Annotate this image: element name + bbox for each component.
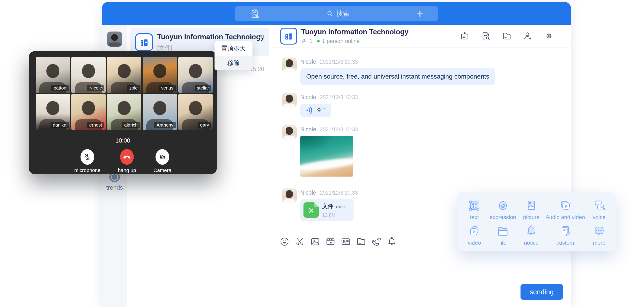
excel-file-icon: ✕ bbox=[304, 202, 319, 218]
group-notice-icon[interactable] bbox=[460, 31, 470, 41]
panel-item-voice[interactable]: voice bbox=[585, 197, 613, 223]
panel-item-picture[interactable]: picture bbox=[517, 197, 546, 223]
avatar[interactable] bbox=[282, 93, 296, 108]
menu-item-pin-chat[interactable]: 置顶聊天 bbox=[214, 41, 252, 56]
sender-name: Nicole bbox=[300, 126, 316, 133]
participant-tile[interactable]: Nicole bbox=[71, 57, 106, 93]
chat-panel: Tuoyun Information Technology 1 1 person… bbox=[272, 25, 571, 307]
hang-up-button[interactable] bbox=[120, 149, 134, 165]
call-list-icon[interactable] bbox=[249, 8, 260, 19]
avatar[interactable] bbox=[282, 188, 296, 203]
participant-name: aldrich bbox=[122, 122, 140, 128]
participant-name: patton bbox=[51, 85, 68, 91]
search-input[interactable]: 搜索 bbox=[260, 9, 416, 18]
avatar[interactable] bbox=[282, 125, 296, 140]
search-icon bbox=[326, 10, 334, 17]
call-timer: 10:00 bbox=[29, 137, 217, 144]
panel-item-custom[interactable]: custom bbox=[546, 223, 585, 248]
group-avatar[interactable] bbox=[280, 28, 297, 44]
expression-icon bbox=[496, 199, 510, 212]
voice-duration: 9`` bbox=[317, 107, 325, 114]
participant-name: Anthony bbox=[154, 122, 176, 128]
search-bar[interactable]: 搜索 + bbox=[235, 6, 438, 21]
panel-item-text[interactable]: text bbox=[460, 197, 488, 223]
message-time: 2021/12/3 10:33 bbox=[320, 59, 358, 65]
notice-bell-icon bbox=[524, 225, 538, 238]
group-avatar bbox=[135, 33, 153, 51]
microphone-label: microphone bbox=[74, 167, 100, 173]
participant-name: venus bbox=[159, 85, 176, 91]
message-time: 2021/12/3 10:33 bbox=[320, 127, 358, 133]
file-attachment[interactable]: ✕ 文件 .excel 12.8M bbox=[300, 199, 354, 221]
group-file-icon[interactable] bbox=[502, 31, 512, 41]
trends-label: trends bbox=[102, 184, 128, 191]
participant-tile[interactable]: zole bbox=[107, 57, 141, 93]
text-bubble[interactable]: Open source, free, and universal instant… bbox=[300, 68, 495, 85]
sender-name: Nicole bbox=[300, 94, 316, 100]
panel-item-video[interactable]: video bbox=[460, 223, 488, 248]
participant-tile[interactable]: Anthony bbox=[143, 94, 177, 130]
participant-tile[interactable]: gary bbox=[178, 94, 213, 130]
menu-item-remove[interactable]: 移除 bbox=[214, 56, 252, 70]
voice-bubble[interactable]: 9`` bbox=[300, 104, 332, 117]
camera-label: Camera bbox=[154, 167, 171, 173]
panel-item-expression[interactable]: expression bbox=[488, 197, 517, 223]
participant-name: zole bbox=[127, 85, 140, 91]
message-time: 2021/12/3 10:33 bbox=[320, 190, 358, 196]
message-type-panel: text expression picture bbox=[458, 192, 616, 251]
voice-icon bbox=[592, 199, 606, 212]
video-call-icon[interactable] bbox=[371, 236, 382, 247]
participant-tile[interactable]: stellar bbox=[178, 57, 213, 93]
message-text: Nicole 2021/12/3 10:33 Open source, free… bbox=[282, 57, 557, 85]
message-image: Nicole 2021/12/3 10:33 bbox=[282, 125, 557, 177]
avatar[interactable] bbox=[282, 57, 296, 72]
screenshot-icon[interactable] bbox=[294, 236, 305, 247]
nav-item-trends[interactable]: trends bbox=[102, 172, 128, 191]
participant-tile[interactable]: ernest bbox=[71, 94, 106, 130]
participant-name: Nicole bbox=[87, 85, 104, 91]
members-icon bbox=[301, 38, 307, 44]
video-call-window: patton Nicole zole venus stellar danika … bbox=[29, 51, 217, 174]
notification-icon[interactable] bbox=[386, 236, 397, 247]
participant-tile[interactable]: patton bbox=[36, 57, 70, 93]
text-icon bbox=[468, 199, 481, 212]
add-member-icon[interactable] bbox=[523, 31, 533, 41]
call-controls: microphone hang up Camera bbox=[29, 149, 217, 173]
participant-name: danika bbox=[50, 122, 68, 128]
image-attachment[interactable] bbox=[300, 136, 353, 177]
chat-title: Tuoyun Information Technology bbox=[301, 28, 408, 36]
contact-card-icon[interactable] bbox=[340, 236, 351, 247]
my-avatar[interactable] bbox=[107, 31, 122, 47]
online-dot bbox=[317, 40, 320, 42]
chat-header: Tuoyun Information Technology 1 1 person… bbox=[272, 25, 571, 48]
send-button[interactable]: sending bbox=[520, 284, 563, 300]
message-voice: Nicole 2021/12/3 10:33 9` bbox=[282, 93, 557, 117]
conversation-time: 15:20 bbox=[250, 34, 264, 40]
participant-grid: patton Nicole zole venus stellar danika … bbox=[29, 51, 217, 130]
participant-name: ernest bbox=[87, 122, 104, 128]
picture-icon bbox=[524, 199, 538, 212]
participant-tile[interactable]: venus bbox=[143, 57, 177, 93]
participant-tile[interactable]: aldrich bbox=[107, 94, 141, 130]
search-placeholder: 搜索 bbox=[336, 9, 350, 18]
image-icon[interactable] bbox=[310, 236, 320, 247]
microphone-mute-button[interactable] bbox=[80, 149, 94, 165]
panel-item-file[interactable]: file bbox=[488, 223, 517, 248]
participant-tile[interactable]: danika bbox=[36, 94, 70, 130]
conversation-context-menu: 置顶聊天 移除 bbox=[214, 41, 252, 70]
member-count: 1 bbox=[310, 38, 312, 44]
conversation-title: Tuoyun Information Technology bbox=[157, 33, 250, 41]
panel-item-audio-video[interactable]: Audio and video bbox=[546, 197, 585, 223]
folder-icon[interactable] bbox=[356, 236, 366, 247]
add-button[interactable]: + bbox=[416, 7, 424, 20]
message-time: 2021/12/3 10:33 bbox=[320, 94, 358, 100]
emoji-icon[interactable] bbox=[279, 236, 290, 247]
sender-name: Nicole bbox=[300, 189, 316, 196]
settings-icon[interactable] bbox=[544, 31, 554, 41]
video-icon[interactable] bbox=[325, 236, 336, 247]
camera-toggle-button[interactable] bbox=[156, 149, 169, 165]
chat-history-icon[interactable] bbox=[481, 31, 490, 41]
panel-item-notice[interactable]: notice bbox=[517, 223, 546, 248]
file-ext: .excel bbox=[335, 204, 346, 209]
panel-item-more[interactable]: more bbox=[585, 223, 613, 248]
